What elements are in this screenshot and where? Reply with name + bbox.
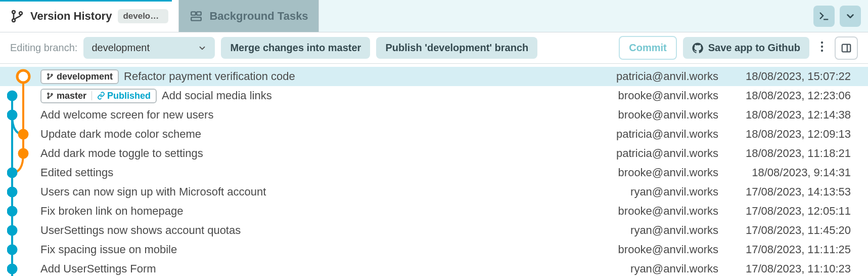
svg-rect-5 bbox=[192, 17, 202, 20]
commit-message-text: Update dark mode color scheme bbox=[40, 128, 201, 141]
editing-branch-label: Editing branch: bbox=[10, 42, 77, 54]
commit-timestamp: 17/08/2023, 11:11:25 bbox=[718, 243, 860, 256]
commit-message-text: Add dark mode toggle to settings bbox=[40, 147, 203, 160]
commit-button[interactable]: Commit bbox=[619, 36, 676, 60]
tab-title: Version History bbox=[30, 10, 112, 23]
tab-version-history[interactable]: Version History develop… bbox=[0, 0, 179, 32]
commit-author: brooke@anvil.works bbox=[577, 243, 718, 256]
chevron-down-icon bbox=[198, 44, 207, 53]
commit-message-text: Add welcome screen for new users bbox=[40, 108, 213, 122]
commit-message: Users can now sign up with Microsoft acc… bbox=[40, 185, 577, 199]
svg-point-6 bbox=[821, 41, 823, 43]
svg-rect-3 bbox=[192, 12, 196, 15]
commit-timestamp: 17/08/2023, 12:05:11 bbox=[718, 205, 860, 218]
save-github-button[interactable]: Save app to Github bbox=[683, 37, 809, 59]
commit-row[interactable]: Add dark mode toggle to settingspatricia… bbox=[0, 144, 868, 163]
commit-row[interactable]: masterPublishedAdd social media linksbro… bbox=[0, 86, 868, 105]
commit-author: brooke@anvil.works bbox=[577, 89, 718, 102]
commit-timestamp: 17/08/2023, 11:45:20 bbox=[718, 224, 860, 237]
commit-row[interactable]: Update dark mode color schemepatricia@an… bbox=[0, 125, 868, 144]
commit-row[interactable]: Fix broken link on homepagebrooke@anvil.… bbox=[0, 202, 868, 221]
commit-message-text: Fix spacing issue on mobile bbox=[40, 243, 177, 256]
commit-row[interactable]: Edited settingsbrooke@anvil.works18/08/2… bbox=[0, 163, 868, 182]
commit-message: Fix broken link on homepage bbox=[40, 205, 577, 218]
branch-tag-name: master bbox=[57, 91, 86, 101]
commit-timestamp: 17/08/2023, 14:13:53 bbox=[718, 185, 860, 199]
commit-message: Add dark mode toggle to settings bbox=[40, 147, 577, 160]
commit-message: masterPublishedAdd social media links bbox=[40, 89, 577, 103]
toolbar: Editing branch: development Merge change… bbox=[0, 32, 868, 64]
svg-rect-9 bbox=[842, 44, 851, 52]
commit-timestamp: 18/08/2023, 12:14:38 bbox=[718, 108, 860, 122]
svg-point-7 bbox=[821, 45, 823, 47]
commit-row[interactable]: developmentRefactor payment verification… bbox=[0, 67, 868, 86]
commit-timestamp: 18/08/2023, 12:23:06 bbox=[718, 89, 860, 102]
commit-message-text: UserSettings now shows account quotas bbox=[40, 224, 241, 237]
link-icon bbox=[97, 92, 105, 100]
published-label: Published bbox=[107, 91, 151, 101]
commit-row[interactable]: Users can now sign up with Microsoft acc… bbox=[0, 182, 868, 202]
svg-point-8 bbox=[821, 49, 823, 51]
commit-row[interactable]: Add welcome screen for new usersbrooke@a… bbox=[0, 105, 868, 125]
commit-author: ryan@anvil.works bbox=[577, 224, 718, 237]
collapse-button[interactable] bbox=[840, 6, 861, 27]
commit-author: patricia@anvil.works bbox=[577, 128, 718, 141]
branch-select[interactable]: development bbox=[83, 37, 215, 59]
history-area: developmentRefactor payment verification… bbox=[0, 64, 868, 276]
commit-row[interactable]: Fix spacing issue on mobilebrooke@anvil.… bbox=[0, 240, 868, 259]
commit-timestamp: 17/08/2023, 11:10:23 bbox=[718, 262, 860, 275]
tab-branch-badge: develop… bbox=[118, 9, 168, 23]
terminal-button[interactable] bbox=[813, 6, 835, 27]
published-badge: Published bbox=[97, 91, 151, 101]
tab-background-tasks[interactable]: Background Tasks bbox=[179, 0, 318, 32]
branch-tag[interactable]: masterPublished bbox=[40, 89, 157, 103]
layout-toggle-button[interactable] bbox=[835, 36, 858, 60]
commit-author: brooke@anvil.works bbox=[577, 108, 718, 122]
commit-message-text: Add UserSettings Form bbox=[40, 262, 156, 275]
git-branch-icon bbox=[47, 73, 54, 80]
commit-timestamp: 18/08/2023, 9:14:31 bbox=[718, 166, 860, 179]
commit-message: Add welcome screen for new users bbox=[40, 108, 577, 122]
tab-right-controls bbox=[806, 0, 868, 32]
commit-author: brooke@anvil.works bbox=[577, 205, 718, 218]
commit-timestamp: 18/08/2023, 12:09:13 bbox=[718, 128, 860, 141]
more-button[interactable] bbox=[815, 41, 829, 55]
commit-message-text: Fix broken link on homepage bbox=[40, 205, 184, 218]
commit-timestamp: 18/08/2023, 11:18:21 bbox=[718, 147, 860, 160]
commit-author: ryan@anvil.works bbox=[577, 262, 718, 275]
commit-list: developmentRefactor payment verification… bbox=[0, 67, 868, 276]
github-icon bbox=[692, 43, 703, 54]
tab-title: Background Tasks bbox=[209, 10, 308, 23]
publish-button[interactable]: Publish 'development' branch bbox=[376, 37, 537, 59]
merge-button[interactable]: Merge changes into master bbox=[221, 37, 370, 59]
branch-select-value: development bbox=[92, 42, 150, 54]
commit-author: ryan@anvil.works bbox=[577, 185, 718, 199]
git-branch-icon bbox=[47, 92, 54, 99]
git-branch-icon bbox=[10, 9, 24, 23]
svg-rect-4 bbox=[197, 12, 201, 15]
tab-bar: Version History develop… Background Task… bbox=[0, 0, 868, 32]
commit-message: Update dark mode color scheme bbox=[40, 128, 577, 141]
commit-message: developmentRefactor payment verification… bbox=[40, 69, 577, 84]
commit-row[interactable]: UserSettings now shows account quotasrya… bbox=[0, 221, 868, 240]
commit-message-text: Users can now sign up with Microsoft acc… bbox=[40, 185, 266, 199]
save-github-label: Save app to Github bbox=[708, 42, 800, 54]
branch-tag-name: development bbox=[57, 71, 113, 82]
commit-author: patricia@anvil.works bbox=[577, 70, 718, 83]
commit-message-text: Edited settings bbox=[40, 166, 113, 179]
commit-message: UserSettings now shows account quotas bbox=[40, 224, 577, 237]
commit-row[interactable]: Add UserSettings Formryan@anvil.works17/… bbox=[0, 259, 868, 276]
commit-message: Edited settings bbox=[40, 166, 577, 179]
commit-message-text: Add social media links bbox=[162, 89, 272, 102]
commit-author: brooke@anvil.works bbox=[577, 166, 718, 179]
commit-timestamp: 18/08/2023, 15:07:22 bbox=[718, 70, 860, 83]
commit-author: patricia@anvil.works bbox=[577, 147, 718, 160]
branch-tag[interactable]: development bbox=[40, 69, 119, 84]
commit-message: Add UserSettings Form bbox=[40, 262, 577, 275]
commit-message-text: Refactor payment verification code bbox=[124, 70, 295, 83]
layout-icon bbox=[189, 9, 203, 23]
commit-message: Fix spacing issue on mobile bbox=[40, 243, 577, 256]
